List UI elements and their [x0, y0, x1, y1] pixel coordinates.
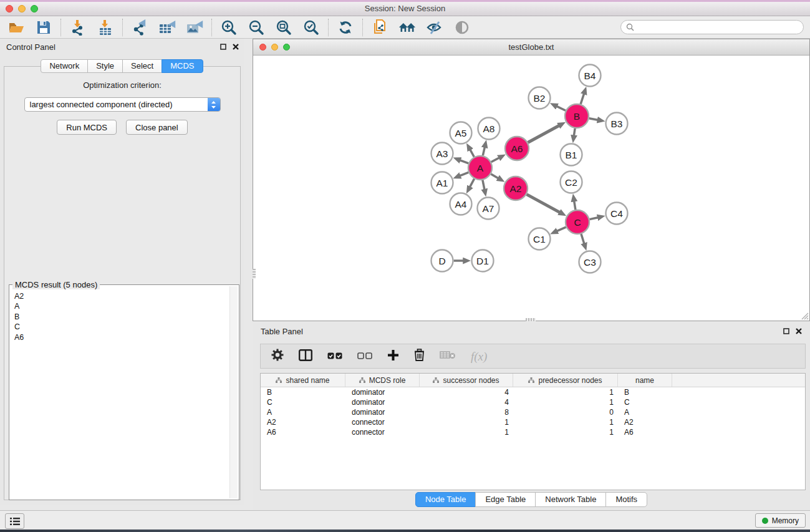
- graph-edge-B-B3[interactable]: [589, 118, 599, 120]
- mcds-result-item[interactable]: B: [14, 312, 226, 322]
- copy-network-view-icon[interactable]: [371, 19, 388, 36]
- task-history-button[interactable]: [5, 513, 24, 529]
- zoom-in-icon[interactable]: [220, 19, 238, 36]
- float-panel-icon[interactable]: [783, 328, 789, 334]
- tab-network[interactable]: Network: [41, 59, 88, 73]
- table-cell: dominator: [345, 388, 420, 397]
- graph-node-label-C4: C4: [610, 208, 623, 219]
- search-field[interactable]: [620, 20, 804, 34]
- graph-edge-B-B1[interactable]: [574, 128, 575, 137]
- mcds-result-item[interactable]: C: [14, 322, 226, 332]
- graph-edge-B-B2[interactable]: [556, 105, 566, 110]
- tab-network-table[interactable]: Network Table: [535, 492, 606, 507]
- mcds-result-list[interactable]: A2ABCA6: [11, 290, 229, 498]
- table-row[interactable]: Cdominator41C: [261, 397, 805, 407]
- column-header-shared-name[interactable]: shared name: [261, 374, 345, 387]
- home-icon[interactable]: [398, 19, 416, 36]
- import-table-icon[interactable]: [97, 19, 114, 36]
- column-header-predecessor-nodes[interactable]: predecessor nodes: [513, 374, 618, 387]
- export-network-icon[interactable]: [131, 19, 148, 36]
- graph-edge-A-A5[interactable]: [470, 148, 475, 157]
- graph-edge-C-C2[interactable]: [574, 200, 576, 210]
- split-panel-icon[interactable]: [299, 349, 312, 364]
- minimize-window-button[interactable]: [18, 5, 26, 12]
- network-canvas[interactable]: B4B2BB3A5A8A6A3AB1A1A2C2A4A7CC4C1C3DD1: [253, 56, 809, 321]
- graph-edge-C-C1[interactable]: [556, 227, 566, 231]
- zoom-selected-icon[interactable]: [302, 19, 320, 36]
- settings-gear-icon[interactable]: [271, 349, 284, 364]
- graph-edge-A-A4[interactable]: [469, 179, 474, 188]
- import-network-icon[interactable]: [69, 19, 87, 36]
- tab-mcds[interactable]: MCDS: [162, 59, 203, 73]
- frame-zoom-button[interactable]: [283, 44, 290, 51]
- frame-close-button[interactable]: [259, 44, 266, 51]
- tab-edge-table[interactable]: Edge Table: [475, 492, 536, 507]
- run-mcds-button[interactable]: Run MCDS: [57, 120, 117, 135]
- hide-graphics-details-icon[interactable]: [426, 19, 443, 36]
- column-header-successor-nodes[interactable]: successor nodes: [420, 374, 513, 387]
- mcds-result-item[interactable]: A6: [14, 332, 226, 342]
- refresh-icon[interactable]: [337, 19, 354, 36]
- control-panel-title: Control Panel: [6, 42, 55, 52]
- graph-edge-A-A3[interactable]: [459, 160, 469, 163]
- graph-edge-C-C4[interactable]: [590, 217, 600, 219]
- table-row[interactable]: Adominator80A: [261, 407, 805, 417]
- result-scrollbar[interactable]: [229, 286, 238, 498]
- zoom-window-button[interactable]: [31, 5, 38, 12]
- add-column-icon[interactable]: [387, 349, 399, 364]
- show-graphics-details-icon[interactable]: [453, 19, 471, 36]
- save-session-icon[interactable]: [35, 19, 52, 36]
- task-list-icon: [10, 517, 20, 526]
- tab-motifs[interactable]: Motifs: [605, 492, 647, 507]
- table-row[interactable]: A2connector11A2: [261, 417, 805, 427]
- close-panel-button[interactable]: Close panel: [126, 120, 188, 135]
- table-cell: 1: [513, 398, 618, 407]
- export-image-icon[interactable]: [186, 19, 203, 36]
- tab-node-table[interactable]: Node Table: [415, 492, 476, 507]
- network-graph[interactable]: B4B2BB3A5A8A6A3AB1A1A2C2A4A7CC4C1C3DD1: [253, 56, 809, 321]
- graph-edge-A-A6[interactable]: [491, 157, 501, 162]
- criterion-dropdown[interactable]: largest connected component (directed): [24, 97, 221, 112]
- node-table: shared nameMCDS rolesuccessor nodesprede…: [260, 373, 806, 490]
- table-row[interactable]: Bdominator41B: [261, 387, 805, 397]
- open-session-icon[interactable]: [7, 19, 25, 36]
- delete-column-icon[interactable]: [414, 349, 425, 364]
- control-panel: Control Panel NetworkStyleSelectMCDS Opt…: [0, 39, 244, 505]
- graph-edge-A-A2[interactable]: [491, 174, 499, 179]
- select-all-icon[interactable]: [327, 351, 342, 362]
- graph-edge-A-A1[interactable]: [459, 172, 469, 176]
- memory-button[interactable]: Memory: [755, 513, 806, 528]
- graph-node-label-C: C: [574, 217, 581, 228]
- frame-edge-grip[interactable]: [253, 269, 256, 279]
- graph-edge-A2-C[interactable]: [527, 195, 561, 213]
- float-panel-icon[interactable]: [220, 44, 226, 50]
- column-header-name[interactable]: name: [618, 374, 672, 387]
- zoom-fit-icon[interactable]: [275, 19, 292, 36]
- table-cell: B: [261, 388, 345, 397]
- tab-style[interactable]: Style: [87, 59, 123, 73]
- resize-grip-icon[interactable]: [800, 311, 809, 320]
- graph-edge-B-B4[interactable]: [581, 92, 584, 104]
- frame-edge-grip[interactable]: [526, 318, 536, 321]
- deselect-all-icon[interactable]: [357, 351, 372, 362]
- delete-table-icon[interactable]: [440, 351, 456, 362]
- close-panel-icon[interactable]: [233, 44, 239, 50]
- export-table-icon[interactable]: [158, 19, 176, 36]
- frame-minimize-button[interactable]: [271, 44, 278, 51]
- search-input[interactable]: [637, 22, 798, 32]
- close-window-button[interactable]: [6, 5, 13, 12]
- tab-select[interactable]: Select: [122, 59, 162, 73]
- graph-node-label-A: A: [477, 163, 484, 173]
- column-header-mcds-role[interactable]: MCDS role: [345, 374, 420, 387]
- graph-edge-A6-B[interactable]: [528, 125, 561, 142]
- mcds-result-item[interactable]: A2: [14, 291, 226, 301]
- graph-edge-A-A8[interactable]: [483, 146, 485, 156]
- mcds-result-item[interactable]: A: [14, 301, 226, 311]
- search-icon: [626, 23, 634, 31]
- close-panel-icon[interactable]: [796, 328, 802, 334]
- graph-edge-A-A7[interactable]: [483, 180, 485, 191]
- graph-edge-C-C3[interactable]: [581, 234, 585, 245]
- zoom-out-icon[interactable]: [248, 19, 265, 36]
- function-builder-icon[interactable]: f(x): [471, 351, 487, 362]
- table-row[interactable]: A6connector11A6: [261, 427, 805, 437]
